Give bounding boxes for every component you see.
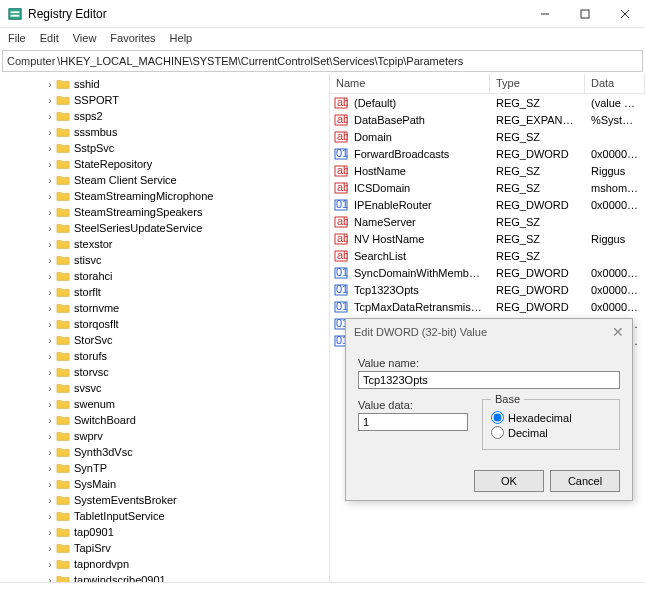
- expand-toggle[interactable]: ›: [44, 143, 56, 154]
- tree-item[interactable]: ›tap0901: [4, 524, 329, 540]
- cancel-button[interactable]: Cancel: [550, 470, 620, 492]
- tree-item[interactable]: ›Synth3dVsc: [4, 444, 329, 460]
- list-row[interactable]: abNV HostNameREG_SZRiggus: [330, 230, 645, 247]
- dialog-titlebar[interactable]: Edit DWORD (32-bit) Value ✕: [346, 319, 632, 345]
- expand-toggle[interactable]: ›: [44, 463, 56, 474]
- expand-toggle[interactable]: ›: [44, 79, 56, 90]
- tree-item[interactable]: ›SwitchBoard: [4, 412, 329, 428]
- list-row[interactable]: abNameServerREG_SZ: [330, 213, 645, 230]
- expand-toggle[interactable]: ›: [44, 351, 56, 362]
- list-row[interactable]: abICSDomainREG_SZmshome.net: [330, 179, 645, 196]
- expand-toggle[interactable]: ›: [44, 559, 56, 570]
- tree-item[interactable]: ›storahci: [4, 268, 329, 284]
- ok-button[interactable]: OK: [474, 470, 544, 492]
- expand-toggle[interactable]: ›: [44, 367, 56, 378]
- value-name-input[interactable]: [358, 371, 620, 389]
- tree-item[interactable]: ›ssps2: [4, 108, 329, 124]
- minimize-button[interactable]: [525, 0, 565, 28]
- cell-type: REG_DWORD: [490, 199, 585, 211]
- tree-item[interactable]: ›storqosflt: [4, 316, 329, 332]
- list-row[interactable]: abSearchListREG_SZ: [330, 247, 645, 264]
- expand-toggle[interactable]: ›: [44, 319, 56, 330]
- dialog-close-icon[interactable]: ✕: [612, 324, 624, 340]
- tree-item[interactable]: ›SteelSeriesUpdateService: [4, 220, 329, 236]
- expand-toggle[interactable]: ›: [44, 239, 56, 250]
- tree-view[interactable]: ›sshid›SSPORT›ssps2›sssmbus›SstpSvc›Stat…: [0, 74, 330, 582]
- maximize-button[interactable]: [565, 0, 605, 28]
- menu-view[interactable]: View: [73, 32, 97, 44]
- list-row[interactable]: 011IPEnableRouterREG_DWORD0x00000000 (0): [330, 196, 645, 213]
- tree-item[interactable]: ›storflt: [4, 284, 329, 300]
- expand-toggle[interactable]: ›: [44, 495, 56, 506]
- tree-item[interactable]: ›stisvc: [4, 252, 329, 268]
- list-row[interactable]: abDomainREG_SZ: [330, 128, 645, 145]
- menu-help[interactable]: Help: [170, 32, 193, 44]
- tree-item[interactable]: ›SystemEventsBroker: [4, 492, 329, 508]
- expand-toggle[interactable]: ›: [44, 127, 56, 138]
- expand-toggle[interactable]: ›: [44, 479, 56, 490]
- col-name[interactable]: Name: [330, 74, 490, 93]
- radio-hex[interactable]: [491, 411, 504, 424]
- expand-toggle[interactable]: ›: [44, 159, 56, 170]
- tree-item[interactable]: ›SstpSvc: [4, 140, 329, 156]
- expand-toggle[interactable]: ›: [44, 335, 56, 346]
- tree-item[interactable]: ›swprv: [4, 428, 329, 444]
- radio-dec[interactable]: [491, 426, 504, 439]
- tree-item[interactable]: ›Steam Client Service: [4, 172, 329, 188]
- col-data[interactable]: Data: [585, 74, 645, 93]
- expand-toggle[interactable]: ›: [44, 431, 56, 442]
- tree-item-label: ssps2: [74, 110, 103, 122]
- expand-toggle[interactable]: ›: [44, 223, 56, 234]
- list-row[interactable]: 011SyncDomainWithMembersh...REG_DWORD0x0…: [330, 264, 645, 281]
- tree-item[interactable]: ›SSPORT: [4, 92, 329, 108]
- value-data-input[interactable]: [358, 413, 468, 431]
- tree-item[interactable]: ›tapwindscribe0901: [4, 572, 329, 582]
- list-row[interactable]: 011Tcp1323OptsREG_DWORD0x00000000 (0): [330, 281, 645, 298]
- expand-toggle[interactable]: ›: [44, 95, 56, 106]
- list-row[interactable]: abHostNameREG_SZRiggus: [330, 162, 645, 179]
- expand-toggle[interactable]: ›: [44, 175, 56, 186]
- expand-toggle[interactable]: ›: [44, 287, 56, 298]
- list-row[interactable]: 011TcpMaxDataRetransmissionsREG_DWORD0x0…: [330, 298, 645, 315]
- close-button[interactable]: [605, 0, 645, 28]
- tree-item[interactable]: ›StateRepository: [4, 156, 329, 172]
- expand-toggle[interactable]: ›: [44, 255, 56, 266]
- tree-item[interactable]: ›stexstor: [4, 236, 329, 252]
- tree-item[interactable]: ›storufs: [4, 348, 329, 364]
- tree-item[interactable]: ›swenum: [4, 396, 329, 412]
- expand-toggle[interactable]: ›: [44, 543, 56, 554]
- tree-item[interactable]: ›StorSvc: [4, 332, 329, 348]
- tree-item[interactable]: ›SysMain: [4, 476, 329, 492]
- expand-toggle[interactable]: ›: [44, 207, 56, 218]
- expand-toggle[interactable]: ›: [44, 191, 56, 202]
- expand-toggle[interactable]: ›: [44, 271, 56, 282]
- expand-toggle[interactable]: ›: [44, 447, 56, 458]
- list-row[interactable]: abDataBasePathREG_EXPAND_SZ%SystemRoot%\…: [330, 111, 645, 128]
- expand-toggle[interactable]: ›: [44, 111, 56, 122]
- expand-toggle[interactable]: ›: [44, 527, 56, 538]
- menu-favorites[interactable]: Favorites: [110, 32, 155, 44]
- expand-toggle[interactable]: ›: [44, 575, 56, 583]
- expand-toggle[interactable]: ›: [44, 399, 56, 410]
- list-row[interactable]: 011ForwardBroadcastsREG_DWORD0x00000000 …: [330, 145, 645, 162]
- expand-toggle[interactable]: ›: [44, 415, 56, 426]
- expand-toggle[interactable]: ›: [44, 303, 56, 314]
- tree-item[interactable]: ›SteamStreamingMicrophone: [4, 188, 329, 204]
- tree-item[interactable]: ›tapnordvpn: [4, 556, 329, 572]
- menu-file[interactable]: File: [8, 32, 26, 44]
- tree-item[interactable]: ›TapiSrv: [4, 540, 329, 556]
- tree-item[interactable]: ›SteamStreamingSpeakers: [4, 204, 329, 220]
- tree-item[interactable]: ›sssmbus: [4, 124, 329, 140]
- tree-item[interactable]: ›storvsc: [4, 364, 329, 380]
- tree-item[interactable]: ›stornvme: [4, 300, 329, 316]
- menu-edit[interactable]: Edit: [40, 32, 59, 44]
- address-bar[interactable]: Computer\HKEY_LOCAL_MACHINE\SYSTEM\Curre…: [2, 50, 643, 72]
- tree-item[interactable]: ›sshid: [4, 76, 329, 92]
- tree-item[interactable]: ›svsvc: [4, 380, 329, 396]
- tree-item[interactable]: ›SynTP: [4, 460, 329, 476]
- col-type[interactable]: Type: [490, 74, 585, 93]
- expand-toggle[interactable]: ›: [44, 383, 56, 394]
- tree-item[interactable]: ›TabletInputService: [4, 508, 329, 524]
- expand-toggle[interactable]: ›: [44, 511, 56, 522]
- list-row[interactable]: ab(Default)REG_SZ(value not set): [330, 94, 645, 111]
